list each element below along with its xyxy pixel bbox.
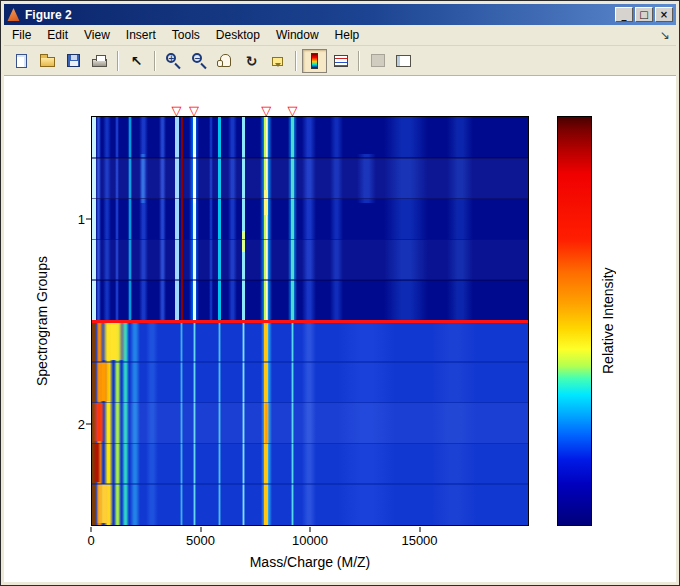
heatmap-stripe: [447, 117, 473, 321]
maximize-button[interactable]: □: [635, 7, 653, 22]
save-icon: [67, 54, 80, 67]
open-folder-icon: [40, 57, 55, 67]
print-icon: [92, 59, 107, 67]
heatmap-row-band: [92, 239, 528, 280]
group-divider-line: [92, 320, 528, 323]
print-figure-button[interactable]: [87, 49, 112, 73]
heatmap-group-2[interactable]: [92, 321, 528, 525]
x-axis-ticks: 050001000015000: [91, 533, 529, 548]
zoom-out-button[interactable]: −: [187, 49, 212, 73]
heatmap-stripe: [242, 117, 245, 321]
dock-figure-icon[interactable]: ↘: [654, 28, 676, 42]
x-tickmark: [419, 527, 420, 532]
insert-legend-button[interactable]: [328, 49, 353, 73]
data-cursor-icon: [272, 57, 283, 66]
rotate-3d-button[interactable]: ↻: [239, 49, 264, 73]
x-tickmark: [310, 527, 311, 532]
peak-markers: ▽▽▽▽: [91, 100, 529, 116]
menu-window[interactable]: Window: [268, 25, 327, 45]
matlab-icon: [7, 8, 20, 21]
pan-hand-icon: [220, 54, 231, 67]
y-tick-label: 1: [78, 211, 85, 226]
heatmap-row-band: [92, 483, 528, 485]
menu-help[interactable]: Help: [327, 25, 368, 45]
heatmap-stripe: [103, 117, 111, 321]
x-tickmark: [200, 527, 201, 532]
zoom-in-glyph: +: [166, 53, 176, 63]
heatmap-group-1[interactable]: [92, 117, 528, 321]
heatmap-stripe: [384, 117, 428, 321]
axes[interactable]: [91, 116, 529, 526]
save-figure-button[interactable]: [61, 49, 86, 73]
heatmap-stripe: [101, 321, 126, 360]
y-axis-ticks: 12: [62, 116, 88, 526]
menu-insert[interactable]: Insert: [118, 25, 164, 45]
open-file-button[interactable]: [35, 49, 60, 73]
new-document-icon: [16, 54, 27, 68]
heatmap-row-band: [92, 403, 528, 444]
close-button[interactable]: ×: [655, 7, 673, 22]
minimize-button[interactable]: _: [615, 7, 633, 22]
show-plot-tools-icon: [396, 55, 411, 67]
y-axis-label: Spectrogram Groups: [34, 116, 52, 526]
menu-bar: File Edit View Insert Tools Desktop Wind…: [4, 25, 676, 46]
heatmap-stripe: [159, 117, 166, 321]
x-tickmark: [91, 527, 92, 532]
title-bar[interactable]: Figure 2 _ □ ×: [4, 4, 676, 25]
heatmap-stripe: [139, 117, 148, 321]
heatmap-stripe: [330, 117, 343, 321]
hide-plot-tools-icon: [371, 54, 385, 67]
menu-tools[interactable]: Tools: [164, 25, 208, 45]
heatmap-stripe: [291, 117, 294, 321]
x-tick-label: 0: [87, 533, 94, 548]
pan-button[interactable]: [213, 49, 238, 73]
heatmap-stripe: [128, 117, 132, 321]
menu-edit[interactable]: Edit: [39, 25, 76, 45]
hide-plot-tools-button[interactable]: [365, 49, 390, 73]
heatmap-stripe: [302, 117, 316, 321]
menu-view[interactable]: View: [76, 25, 118, 45]
zoom-in-button[interactable]: +: [161, 49, 186, 73]
colorbar-icon: [311, 53, 318, 69]
heatmap-stripe: [96, 362, 111, 401]
heatmap-stripe: [96, 484, 113, 523]
figure-canvas: Spectrogram Groups 12 ▽▽▽▽ 0500010000150…: [4, 76, 676, 582]
new-figure-button[interactable]: [9, 49, 34, 73]
window-title: Figure 2: [25, 8, 615, 22]
cursor-arrow-icon: ↖: [131, 53, 143, 69]
colorbar: [557, 116, 592, 526]
heatmap-stripe: [209, 117, 213, 321]
edit-plot-button[interactable]: ↖: [124, 49, 149, 73]
toolbar-separator: [295, 51, 297, 71]
menu-file[interactable]: File: [4, 25, 39, 45]
insert-colorbar-button[interactable]: [302, 49, 327, 73]
heatmap-stripe: [93, 443, 102, 482]
heatmap-row-band: [92, 158, 528, 199]
heatmap-stripe: [115, 117, 120, 321]
toolbar-separator: [154, 51, 156, 71]
heatmap-stripe: [96, 117, 102, 321]
zoom-out-glyph: −: [192, 53, 202, 63]
x-tick-label: 15000: [401, 533, 437, 548]
toolbar: ↖ + − ↻: [4, 46, 676, 76]
x-tick-label: 5000: [186, 533, 215, 548]
toolbar-separator: [358, 51, 360, 71]
figure-window: Figure 2 _ □ × File Edit View Insert Too…: [0, 0, 680, 586]
data-cursor-button[interactable]: [265, 49, 290, 73]
heatmap-stripe: [266, 117, 268, 321]
legend-icon: [334, 55, 348, 67]
heatmap-stripe: [193, 117, 196, 321]
x-axis-tickmarks: [91, 527, 529, 532]
x-axis-label: Mass/Charge (M/Z): [91, 554, 529, 570]
reference-line: [181, 117, 183, 321]
colorbar-label: Relative Intensity: [600, 116, 618, 526]
heatmap-stripe: [228, 117, 237, 321]
heatmap-row-band: [92, 361, 528, 363]
menu-desktop[interactable]: Desktop: [208, 25, 268, 45]
show-plot-tools-button[interactable]: [391, 49, 416, 73]
window-controls: _ □ ×: [615, 7, 673, 22]
y-tick-label: 2: [78, 416, 85, 431]
rotate-icon: ↻: [246, 53, 258, 69]
zoom-in-icon: +: [166, 53, 181, 68]
zoom-out-icon: −: [192, 53, 207, 68]
